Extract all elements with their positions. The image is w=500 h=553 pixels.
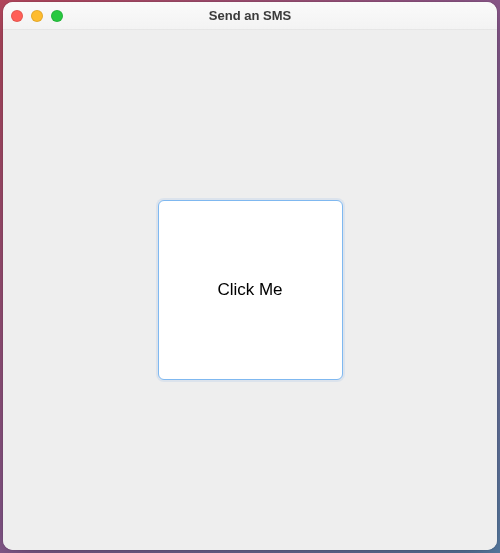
maximize-icon[interactable] xyxy=(51,10,63,22)
close-icon[interactable] xyxy=(11,10,23,22)
titlebar: Send an SMS xyxy=(3,2,497,30)
window-title: Send an SMS xyxy=(3,8,497,23)
button-label: Click Me xyxy=(217,280,282,300)
traffic-lights xyxy=(11,10,63,22)
app-window: Send an SMS Click Me xyxy=(3,2,497,550)
minimize-icon[interactable] xyxy=(31,10,43,22)
click-me-button[interactable]: Click Me xyxy=(158,200,343,380)
content-area: Click Me xyxy=(3,30,497,550)
